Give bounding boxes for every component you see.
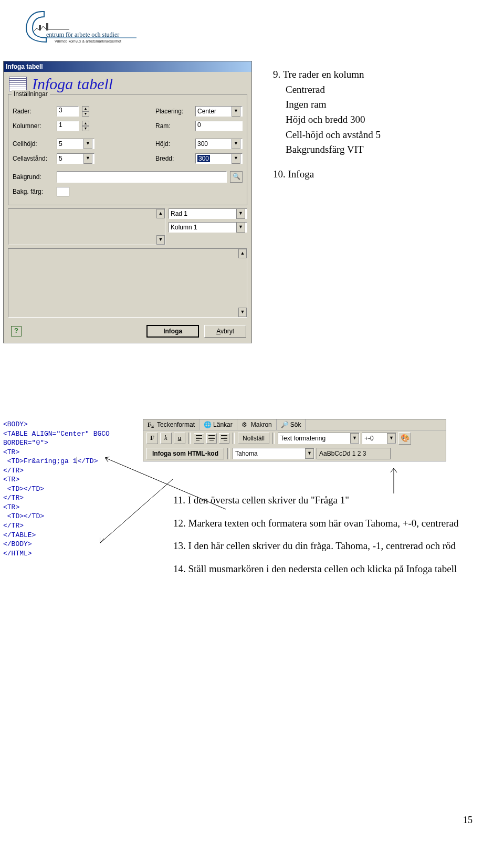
scroll-up-icon[interactable]: ▲ — [238, 249, 247, 258]
spinner-down-icon[interactable]: ▼ — [82, 126, 89, 131]
chevron-down-icon[interactable]: ▼ — [232, 139, 240, 149]
chevron-down-icon[interactable]: ▼ — [387, 433, 396, 444]
preview-area[interactable]: ▲ ▼ — [8, 248, 247, 318]
placement-select[interactable]: Center ▼ — [195, 106, 243, 117]
chevron-down-icon[interactable]: ▼ — [232, 106, 240, 117]
scroll-up-icon[interactable]: ▲ — [156, 209, 165, 218]
chevron-down-icon[interactable]: ▼ — [232, 153, 240, 164]
column-select-value: Kolumn 1 — [171, 224, 197, 231]
column-select[interactable]: Kolumn 1 ▼ — [169, 222, 247, 233]
chevron-down-icon[interactable]: ▼ — [236, 222, 245, 233]
help-icon[interactable]: ? — [11, 326, 22, 336]
align-right-button[interactable] — [219, 433, 229, 444]
cellheight-select[interactable]: 5 ▼ — [57, 139, 94, 149]
placement-value: Center — [197, 108, 216, 115]
toolbar-tabs: Fu Teckenformat 🌐 Länkar ⚙ Makron 🔎 Sök — [143, 419, 446, 430]
dropdown-value: +-0 — [364, 435, 374, 442]
instr-14: 14. Ställ musmarkören i den nedersta cel… — [173, 562, 467, 576]
arrow-line — [100, 478, 178, 546]
chevron-down-icon[interactable]: ▼ — [236, 208, 245, 219]
columns-spinner[interactable]: ▲ ▼ — [82, 121, 89, 131]
char-format-icon: Fu — [148, 421, 155, 428]
instr-9-line4: Höjd och bredd 300 — [273, 113, 483, 127]
background-label: Bakgrund: — [13, 173, 54, 181]
width-label: Bredd: — [155, 155, 192, 162]
dialog-buttons: ? Infoga Avbryt — [4, 322, 251, 343]
cellspacing-value: 5 — [59, 155, 62, 162]
tab-label: Teckenformat — [157, 421, 195, 428]
svg-rect-0 — [39, 25, 41, 30]
size-dropdown[interactable]: +-0 ▼ — [362, 433, 396, 444]
reset-button[interactable]: Nollställ — [238, 433, 269, 444]
instr-9-line1: 9. Tre rader en kolumn — [273, 68, 483, 81]
height-label: Höjd: — [155, 140, 192, 148]
rows-spinner[interactable]: ▲ ▼ — [82, 106, 89, 117]
html-code-block: <BODY> <TABLE ALIGN="Center" BGCO BORDER… — [3, 420, 110, 558]
format-toolbar: Fu Teckenformat 🌐 Länkar ⚙ Makron 🔎 Sök … — [143, 419, 446, 461]
svg-text:entrum för arbete och studier: entrum för arbete och studier — [46, 31, 119, 38]
width-select[interactable]: 300 ▼ — [195, 153, 243, 164]
insert-button[interactable]: Infoga — [146, 325, 199, 338]
dropdown-value: Tahoma — [235, 450, 258, 457]
tab-macros[interactable]: ⚙ Makron — [237, 419, 277, 430]
spinner-down-icon[interactable]: ▼ — [82, 111, 89, 117]
chevron-down-icon[interactable]: ▼ — [305, 448, 314, 459]
columns-input[interactable]: 1 — [57, 121, 79, 131]
chevron-down-icon[interactable]: ▼ — [83, 153, 92, 164]
color-palette-icon[interactable]: 🎨 — [398, 432, 411, 445]
align-left-button[interactable] — [194, 433, 204, 444]
spinner-up-icon[interactable]: ▲ — [82, 121, 89, 126]
browse-icon[interactable]: 🔍 — [230, 171, 243, 183]
logo: entrum för arbete och studier Värmdö kom… — [23, 7, 139, 48]
bgcolor-swatch[interactable] — [57, 187, 69, 196]
macro-icon: ⚙ — [242, 421, 249, 428]
columns-label: Kolumner: — [13, 122, 54, 130]
instr-11: 11. I den översta cellen skriver du "Frå… — [173, 493, 467, 507]
table-icon — [9, 77, 27, 91]
arrow-line — [388, 467, 399, 496]
instr-13: 13. I den här cellen skriver du din fråg… — [173, 539, 467, 553]
cellspacing-select[interactable]: 5 ▼ — [57, 153, 94, 164]
svg-text:Värmdö komvux & arbetsmarknads: Värmdö komvux & arbetsmarknadsenhet — [55, 39, 121, 43]
rows-label: Rader: — [13, 108, 54, 115]
tab-links[interactable]: 🌐 Länkar — [200, 419, 237, 430]
tab-search[interactable]: 🔎 Sök — [277, 419, 306, 430]
sample-text: AaBbCcDd 1 2 3 — [319, 450, 366, 457]
scroll-down-icon[interactable]: ▼ — [238, 308, 247, 317]
scroll-down-icon[interactable]: ▼ — [156, 235, 165, 245]
scrollbar[interactable]: ▲ ▼ — [156, 209, 165, 245]
separator — [233, 433, 235, 444]
rows-input[interactable]: 3 — [57, 106, 79, 117]
row-select[interactable]: Rad 1 ▼ — [169, 208, 247, 219]
instructions-lower: 11. I den översta cellen skriver du "Frå… — [173, 493, 467, 585]
italic-button[interactable]: k — [160, 433, 172, 444]
bgcolor-label: Bakg. färg: — [13, 188, 54, 195]
align-center-button[interactable] — [206, 433, 217, 444]
cell-selector-area: ▲ ▼ Rad 1 ▼ Kolumn 1 ▼ — [8, 208, 247, 245]
spinner-up-icon[interactable]: ▲ — [82, 106, 89, 111]
chevron-down-icon[interactable]: ▼ — [83, 139, 92, 149]
cell-content-area[interactable]: ▲ ▼ — [8, 208, 165, 245]
font-sample: AaBbCcDd 1 2 3 — [317, 448, 391, 459]
cellspacing-label: Cellavstånd: — [13, 155, 54, 162]
dialog-titlebar: Infoga tabell — [4, 61, 251, 72]
ram-label: Ram: — [155, 122, 192, 130]
group-title: Inställningar — [12, 90, 50, 98]
scrollbar[interactable]: ▲ ▼ — [238, 249, 247, 317]
dropdown-value: Text formatering — [280, 435, 326, 442]
bold-button[interactable]: F — [146, 433, 158, 444]
svg-line-6 — [100, 479, 173, 543]
chevron-down-icon[interactable]: ▼ — [350, 433, 359, 444]
instr-9-line3: Ingen ram — [273, 98, 483, 111]
cancel-button[interactable]: Avbryt — [204, 325, 246, 338]
font-dropdown[interactable]: Tahoma ▼ — [233, 448, 314, 459]
ram-input[interactable]: 0 — [195, 121, 243, 131]
separator — [272, 433, 275, 444]
underline-button[interactable]: u — [174, 433, 185, 444]
format-dropdown[interactable]: Text formatering ▼ — [278, 433, 360, 444]
insert-table-dialog: Infoga tabell Infoga tabell Inställninga… — [3, 61, 252, 343]
height-select[interactable]: 300 ▼ — [195, 139, 243, 149]
width-value: 300 — [197, 155, 210, 162]
tab-charformat[interactable]: Fu Teckenformat — [143, 419, 200, 430]
background-input[interactable] — [57, 171, 227, 183]
